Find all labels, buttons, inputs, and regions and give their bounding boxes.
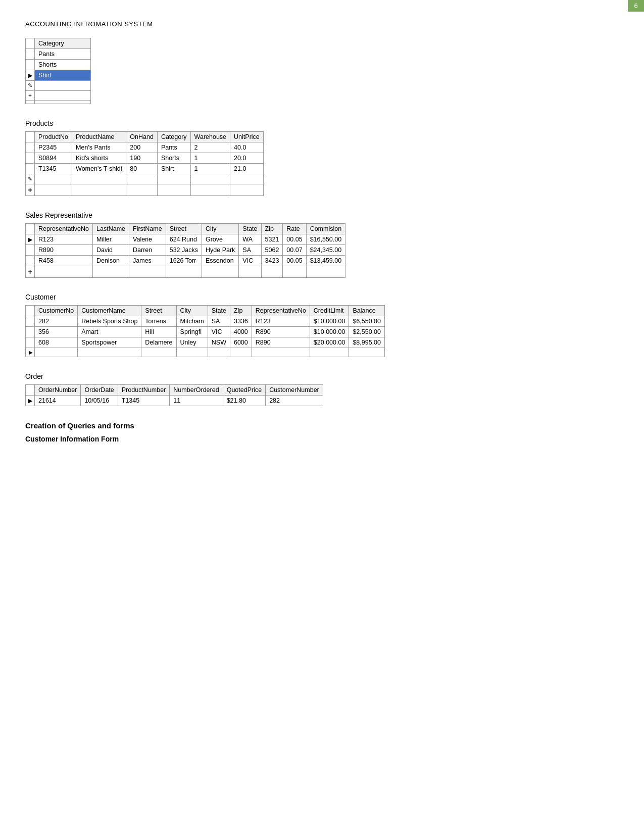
sales_rep-cell-state[interactable]: SA (239, 245, 261, 256)
sales_rep-add-cell[interactable] (129, 266, 166, 278)
products-plus-selector[interactable]: + (26, 184, 35, 196)
products-cell-productno[interactable]: T1345 (35, 164, 72, 174)
sales_rep-cell-street[interactable]: 1626 Torr (166, 256, 202, 266)
sales_rep-cell-rate[interactable]: 00.07 (283, 245, 306, 256)
products-cell-category[interactable]: Shirt (157, 164, 190, 174)
order-cell-orderdate[interactable]: 10/05/16 (81, 396, 118, 406)
order-cell-productnumber[interactable]: T1345 (118, 396, 170, 406)
sales_rep-cell-zip[interactable]: 5062 (261, 245, 283, 256)
customer-nav-selector[interactable]: |▶ (26, 348, 35, 357)
customer-cell-zip[interactable]: 6000 (230, 337, 252, 348)
sales_rep-cell-state[interactable]: WA (239, 234, 261, 245)
products-cell-unitprice[interactable]: 20.0 (230, 153, 264, 164)
products-cell-productname[interactable]: Women's T-shidt (72, 164, 126, 174)
customer-cell-city[interactable]: Unley (176, 337, 208, 348)
order-cell-customernumber[interactable]: 282 (266, 396, 323, 406)
products-cell-onhand[interactable]: 190 (126, 153, 158, 164)
customer-cell-creditlimit[interactable]: $10,000.00 (310, 316, 349, 327)
sales_rep-cell-rate[interactable]: 00.05 (283, 234, 306, 245)
products-add-cell[interactable] (72, 184, 126, 196)
products-cell-productno[interactable]: P2345 (35, 142, 72, 153)
customer-cell-city[interactable]: Mitcham (176, 316, 208, 327)
customer-cell-city[interactable]: Springfi (176, 327, 208, 337)
sales_rep-cell-city[interactable]: Hyde Park (202, 245, 238, 256)
products-add-cell[interactable] (126, 184, 158, 196)
customer-cell-state[interactable]: NSW (208, 337, 230, 348)
customer-cell-customername[interactable]: Rebels Sports Shop (78, 316, 141, 327)
customer-cell-representativeno[interactable]: R123 (252, 316, 310, 327)
sales_rep-cell-representativeno[interactable]: R123 (35, 234, 93, 245)
products-cell-category[interactable]: Shorts (157, 153, 190, 164)
sales_rep-add-cell[interactable] (239, 266, 261, 278)
products-cell-productname[interactable]: Kid's shorts (72, 153, 126, 164)
sales_rep-cell-street[interactable]: 532 Jacks (166, 245, 202, 256)
customer-cell-street[interactable]: Torrens (141, 316, 176, 327)
sales_rep-add-cell[interactable] (93, 266, 129, 278)
products-cell-unitprice[interactable]: 40.0 (230, 142, 264, 153)
sales_rep-add-cell[interactable] (306, 266, 345, 278)
customer-cell-zip[interactable]: 3336 (230, 316, 252, 327)
order-cell-numberordered[interactable]: 11 (170, 396, 223, 406)
customer-cell-customerno[interactable]: 356 (35, 327, 78, 337)
products-cell-category[interactable]: Pants (157, 142, 190, 153)
sales_rep-add-cell[interactable] (35, 266, 93, 278)
sales_rep-cell-lastname[interactable]: Miller (93, 234, 129, 245)
sales_rep-plus-selector[interactable]: + (26, 266, 35, 278)
products-cell-onhand[interactable]: 200 (126, 142, 158, 153)
customer-cell-zip[interactable]: 4000 (230, 327, 252, 337)
products-cell-onhand[interactable]: 80 (126, 164, 158, 174)
category-new-row[interactable] (35, 91, 91, 101)
category-plus-selector[interactable]: + (26, 91, 35, 101)
sales_rep-cell-commision[interactable]: $24,345.00 (306, 245, 345, 256)
category-row-value[interactable]: Shorts (35, 60, 91, 70)
order-cell-quotedprice[interactable]: $21.80 (223, 396, 265, 406)
sales_rep-cell-street[interactable]: 624 Rund (166, 234, 202, 245)
category-row-value[interactable]: Shirt (35, 70, 91, 81)
customer-cell-creditlimit[interactable]: $20,000.00 (310, 337, 349, 348)
customer-cell-representativeno[interactable]: R890 (252, 337, 310, 348)
products-add-cell[interactable] (157, 184, 190, 196)
sales_rep-cell-lastname[interactable]: David (93, 245, 129, 256)
customer-cell-balance[interactable]: $6,550.00 (349, 316, 385, 327)
customer-cell-customerno[interactable]: 608 (35, 337, 78, 348)
sales_rep-cell-state[interactable]: VIC (239, 256, 261, 266)
customer-cell-balance[interactable]: $2,550.00 (349, 327, 385, 337)
customer-cell-state[interactable]: SA (208, 316, 230, 327)
customer-cell-street[interactable]: Delamere (141, 337, 176, 348)
sales_rep-cell-city[interactable]: Essendon (202, 256, 238, 266)
products-add-cell[interactable] (190, 184, 230, 196)
sales_rep-cell-lastname[interactable]: Denison (93, 256, 129, 266)
sales_rep-add-cell[interactable] (202, 266, 238, 278)
products-cell-warehouse[interactable]: 1 (190, 153, 230, 164)
products-cell-unitprice[interactable]: 21.0 (230, 164, 264, 174)
sales_rep-cell-firstname[interactable]: Valerie (129, 234, 166, 245)
customer-cell-customername[interactable]: Amart (78, 327, 141, 337)
products-cell-productname[interactable]: Men's Pants (72, 142, 126, 153)
sales_rep-cell-rate[interactable]: 00.05 (283, 256, 306, 266)
sales_rep-cell-representativeno[interactable]: R890 (35, 245, 93, 256)
customer-cell-customerno[interactable]: 282 (35, 316, 78, 327)
customer-cell-state[interactable]: VIC (208, 327, 230, 337)
customer-cell-customername[interactable]: Sportspower (78, 337, 141, 348)
products-cell-productno[interactable]: S0894 (35, 153, 72, 164)
customer-cell-representativeno[interactable]: R890 (252, 327, 310, 337)
sales_rep-add-cell[interactable] (283, 266, 306, 278)
products-cell-warehouse[interactable]: 1 (190, 164, 230, 174)
sales_rep-cell-representativeno[interactable]: R458 (35, 256, 93, 266)
sales_rep-cell-zip[interactable]: 5321 (261, 234, 283, 245)
sales_rep-cell-city[interactable]: Grove (202, 234, 238, 245)
category-edit-row[interactable] (35, 81, 91, 91)
customer-cell-street[interactable]: Hill (141, 327, 176, 337)
customer-cell-balance[interactable]: $8,995.00 (349, 337, 385, 348)
products-add-cell[interactable] (35, 184, 72, 196)
order-cell-ordernumber[interactable]: 21614 (35, 396, 81, 406)
customer-cell-creditlimit[interactable]: $10,000.00 (310, 327, 349, 337)
sales_rep-cell-commision[interactable]: $13,459.00 (306, 256, 345, 266)
sales_rep-cell-zip[interactable]: 3423 (261, 256, 283, 266)
sales_rep-cell-firstname[interactable]: Darren (129, 245, 166, 256)
sales_rep-cell-firstname[interactable]: James (129, 256, 166, 266)
products-cell-warehouse[interactable]: 2 (190, 142, 230, 153)
sales_rep-add-cell[interactable] (166, 266, 202, 278)
products-add-cell[interactable] (230, 184, 264, 196)
category-row-value[interactable]: Pants (35, 49, 91, 60)
